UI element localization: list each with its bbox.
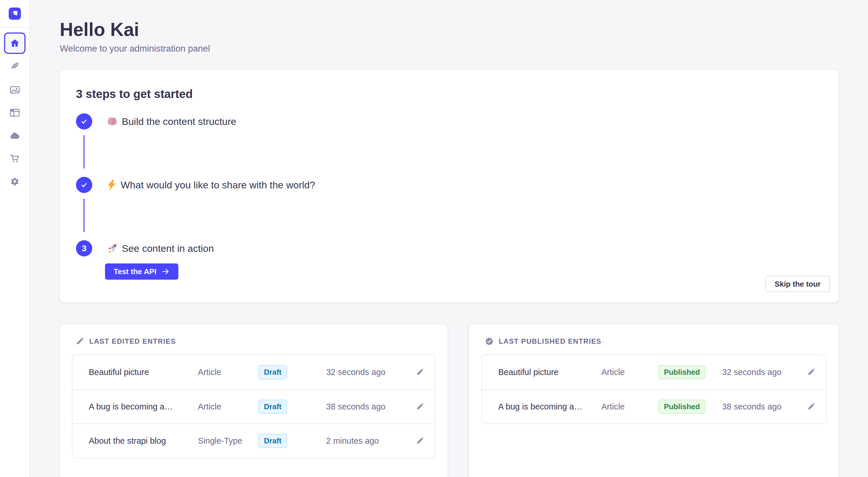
entry-title: Beautiful picture bbox=[498, 368, 601, 377]
gear-icon bbox=[9, 176, 21, 187]
edit-entry-button[interactable] bbox=[408, 436, 424, 445]
onboarding-steps: Build the content structure What w bbox=[76, 113, 823, 280]
page-subtitle: Welcome to your administration panel bbox=[60, 43, 839, 54]
layout-icon bbox=[9, 107, 21, 118]
entries-section: LAST EDITED ENTRIES Beautiful picture Ar… bbox=[60, 324, 839, 477]
entry-kind: Article bbox=[198, 402, 258, 411]
test-api-button[interactable]: Test the API bbox=[105, 264, 178, 280]
sidebar-item-home[interactable] bbox=[4, 32, 26, 54]
onboarding-step-3: 3 See content in action bbox=[76, 240, 823, 257]
check-circle-icon bbox=[485, 337, 494, 346]
entry-kind: Article bbox=[198, 368, 258, 377]
onboarding-card: 3 steps to get started bbox=[60, 70, 839, 303]
onboarding-step-1: Build the content structure bbox=[76, 113, 823, 130]
main-content: Hello Kai Welcome to your administration… bbox=[30, 0, 868, 477]
step-3-text: See content in action bbox=[122, 243, 214, 254]
sidebar bbox=[0, 0, 30, 477]
status-badge: Draft bbox=[258, 365, 287, 379]
edit-entry-button[interactable] bbox=[799, 368, 815, 376]
sidebar-item-marketplace[interactable] bbox=[5, 149, 25, 168]
table-row: Beautiful picture Article Published 32 s… bbox=[482, 355, 826, 389]
entry-kind: Article bbox=[601, 368, 658, 377]
step-3-number-badge: 3 bbox=[76, 240, 92, 257]
cloud-icon bbox=[9, 130, 21, 141]
pencil-icon bbox=[415, 402, 424, 411]
entry-time: 2 minutes ago bbox=[326, 436, 408, 446]
skip-tour-button[interactable]: Skip the tour bbox=[765, 276, 830, 292]
entry-time: 32 seconds ago bbox=[722, 368, 799, 377]
sidebar-item-content-type-builder[interactable] bbox=[5, 103, 25, 123]
sidebar-item-media-library[interactable] bbox=[5, 80, 25, 100]
last-edited-title: LAST EDITED ENTRIES bbox=[89, 337, 176, 345]
step-1-done-badge bbox=[76, 113, 92, 130]
table-row: A bug is becoming a… Article Draft 38 se… bbox=[72, 389, 435, 423]
step-connector bbox=[83, 135, 85, 169]
onboarding-title: 3 steps to get started bbox=[76, 88, 823, 101]
last-edited-list: Beautiful picture Article Draft 32 secon… bbox=[72, 354, 435, 458]
last-published-panel: LAST PUBLISHED ENTRIES Beautiful picture… bbox=[469, 324, 839, 477]
step-2-label: What would you like to share with the wo… bbox=[107, 179, 315, 191]
check-icon bbox=[80, 117, 89, 126]
strapi-logo bbox=[9, 7, 21, 20]
test-api-label: Test the API bbox=[114, 267, 156, 276]
table-row: About the strapi blog Single-Type Draft … bbox=[72, 423, 435, 457]
entry-kind: Article bbox=[601, 402, 658, 411]
sidebar-item-content-manager[interactable] bbox=[5, 57, 25, 77]
step-3-action: Test the API bbox=[105, 264, 823, 280]
home-icon bbox=[9, 37, 21, 49]
picture-icon bbox=[9, 84, 21, 96]
entry-title: About the strapi blog bbox=[89, 436, 198, 446]
lightning-emoji-icon bbox=[107, 179, 117, 191]
table-row: Beautiful picture Article Draft 32 secon… bbox=[72, 355, 435, 389]
page-title: Hello Kai bbox=[60, 19, 839, 40]
sidebar-item-settings[interactable] bbox=[5, 172, 25, 191]
entry-time: 38 seconds ago bbox=[326, 402, 408, 411]
entry-title: A bug is becoming a… bbox=[89, 402, 198, 411]
last-published-title: LAST PUBLISHED ENTRIES bbox=[499, 337, 601, 345]
sidebar-nav bbox=[4, 28, 26, 191]
status-badge: Draft bbox=[258, 434, 287, 448]
step-2-done-badge bbox=[76, 177, 92, 193]
step-connector bbox=[83, 199, 85, 232]
arrow-right-icon bbox=[161, 268, 169, 276]
status-badge: Published bbox=[658, 400, 705, 414]
last-published-list: Beautiful picture Article Published 32 s… bbox=[482, 354, 827, 424]
last-edited-panel: LAST EDITED ENTRIES Beautiful picture Ar… bbox=[60, 324, 447, 477]
entry-title: Beautiful picture bbox=[89, 368, 198, 377]
pencil-icon bbox=[807, 402, 815, 411]
cart-icon bbox=[9, 153, 21, 164]
onboarding-step-2: What would you like to share with the wo… bbox=[76, 177, 823, 193]
entry-kind: Single-Type bbox=[198, 436, 258, 446]
step-1-label: Build the content structure bbox=[107, 116, 236, 127]
entry-time: 38 seconds ago bbox=[722, 402, 799, 411]
edit-entry-button[interactable] bbox=[408, 368, 424, 376]
edit-entry-button[interactable] bbox=[408, 402, 424, 411]
status-badge: Draft bbox=[258, 400, 287, 414]
pencil-icon bbox=[75, 337, 84, 346]
table-row: A bug is becoming a… Article Published 3… bbox=[482, 389, 826, 423]
last-published-header: LAST PUBLISHED ENTRIES bbox=[482, 337, 827, 346]
step-1-text: Build the content structure bbox=[122, 116, 236, 127]
brain-emoji-icon bbox=[107, 116, 118, 127]
edit-entry-button[interactable] bbox=[799, 402, 815, 411]
entry-time: 32 seconds ago bbox=[326, 368, 408, 377]
strapi-logo-icon bbox=[10, 9, 20, 18]
check-icon bbox=[80, 180, 89, 189]
pencil-icon bbox=[415, 368, 424, 376]
step-2-text: What would you like to share with the wo… bbox=[121, 179, 315, 191]
status-badge: Published bbox=[658, 365, 705, 379]
feather-pen-icon bbox=[9, 61, 21, 73]
pencil-icon bbox=[807, 368, 815, 376]
entry-title: A bug is becoming a… bbox=[498, 402, 601, 411]
pencil-icon bbox=[415, 436, 424, 445]
last-edited-header: LAST EDITED ENTRIES bbox=[72, 337, 435, 346]
strapi-admin-app: Hello Kai Welcome to your administration… bbox=[0, 0, 868, 477]
step-3-number: 3 bbox=[82, 243, 87, 253]
rocket-emoji-icon bbox=[107, 243, 118, 254]
step-3-label: See content in action bbox=[107, 243, 214, 254]
sidebar-item-cloud[interactable] bbox=[5, 126, 25, 145]
